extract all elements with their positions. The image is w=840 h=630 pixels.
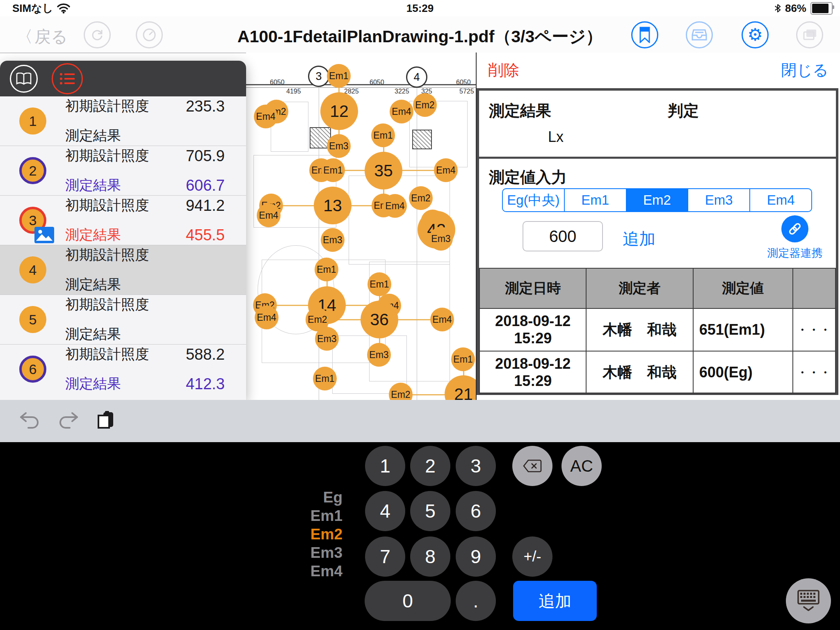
drawing-marker-Em1[interactable]: Em1 (313, 367, 337, 390)
dismiss-keyboard-button[interactable] (786, 578, 831, 623)
channel-label-Em1[interactable]: Em1 (262, 507, 342, 525)
key-ac[interactable]: AC (562, 446, 602, 486)
key-decimal[interactable]: . (456, 581, 496, 621)
channel-label-Em2[interactable]: Em2 (262, 525, 342, 543)
clock: 15:29 (406, 2, 434, 15)
result-header: 測定結果 (489, 100, 551, 121)
channel-picker[interactable]: EgEm1Em2Em3Em4 (262, 488, 342, 580)
design-illuminance-value: 941.2 (186, 197, 225, 215)
key-9[interactable]: 9 (456, 536, 496, 577)
segment-Eg(中央)[interactable]: Eg(中央) (503, 189, 564, 211)
key-5[interactable]: 5 (410, 491, 450, 531)
device-link-button[interactable]: 測定器連携 (729, 215, 840, 260)
channel-label-Em3[interactable]: Em3 (262, 543, 342, 562)
channel-segmented-control: Eg(中央)Em1Em2Em3Em4 (502, 188, 812, 212)
bookmark-button[interactable] (631, 21, 658, 48)
key-add[interactable]: 追加 (513, 581, 597, 621)
drawing-marker-Em4[interactable]: Em4 (390, 100, 413, 123)
design-illuminance-label: 初期設計照度 (65, 295, 149, 314)
row-more-button[interactable]: ・・・ (793, 351, 835, 394)
result-section: 測定結果 判定 Lx (479, 91, 836, 159)
measurement-value-input[interactable] (523, 221, 603, 251)
key-6[interactable]: 6 (456, 491, 496, 531)
drawing-marker-Em1[interactable]: Em1 (321, 158, 345, 182)
archive-button[interactable] (686, 21, 713, 48)
chevron-left-icon: 〈 (16, 25, 33, 48)
dial-button[interactable] (136, 21, 163, 48)
measurement-detail-panel: 削除 閉じる 測定結果 判定 Lx 測定値入力 Eg(中央)Em1Em2Em3E… (476, 52, 840, 400)
bluetooth-icon (774, 3, 781, 14)
measurement-list-item-5[interactable]: 5初期設計照度測定結果 (0, 294, 246, 344)
measurement-result-label: 測定結果 (65, 176, 121, 195)
drawing-marker-12[interactable]: 12 (320, 92, 358, 130)
drawing-marker-Em1[interactable]: Em1 (315, 258, 338, 281)
segment-Em1[interactable]: Em1 (564, 189, 626, 211)
measurement-list-item-2[interactable]: 2初期設計照度705.9測定結果606.7 (0, 146, 246, 195)
row-more-button[interactable]: ・・・ (793, 308, 835, 351)
key-backspace[interactable] (512, 446, 552, 486)
redo-button[interactable] (57, 410, 80, 431)
item-number-badge: 6 (19, 356, 46, 383)
drawing-marker-Em4[interactable]: Em4 (383, 194, 407, 218)
key-2[interactable]: 2 (410, 446, 450, 486)
key-plus-minus[interactable]: +/- (512, 536, 552, 577)
drawing-marker-Em1[interactable]: Em1 (368, 272, 391, 296)
drawing-marker-Em4[interactable]: Em4 (254, 105, 278, 128)
measurement-result-value: 606.7 (186, 177, 225, 194)
grid-bubble-3: 3 (308, 66, 329, 87)
wifi-icon (57, 3, 70, 14)
measurement-list-item-6[interactable]: 6初期設計照度588.2測定結果412.3 (0, 344, 246, 394)
table-header: 測定日時 (479, 268, 586, 308)
drawing-marker-Em2[interactable]: Em2 (413, 93, 437, 117)
drawing-marker-Em2[interactable]: Em2 (409, 186, 433, 210)
segment-Em4[interactable]: Em4 (749, 189, 811, 211)
add-value-button[interactable]: 追加 (623, 228, 655, 250)
key-3[interactable]: 3 (456, 446, 496, 486)
key-1[interactable]: 1 (365, 446, 405, 486)
floor-plan-drawing[interactable]: 6050419528256050322532560505725 34 Em1Em… (246, 52, 476, 400)
drawing-marker-Em3[interactable]: Em3 (429, 227, 453, 251)
drawing-marker-Em4[interactable]: Em4 (430, 308, 454, 331)
document-title: A100-1FdetailPlanDrawing-1.pdf（3/3ページ） (237, 25, 603, 48)
drawing-list-button[interactable] (10, 65, 38, 93)
archive-tray-icon (692, 28, 707, 41)
back-button[interactable]: 〈 戻る (16, 25, 68, 48)
measurement-index-button[interactable] (52, 63, 83, 94)
undo-button[interactable] (18, 410, 41, 431)
settings-button[interactable]: ⚙ (742, 21, 769, 48)
channel-label-Eg[interactable]: Eg (262, 488, 342, 507)
paste-button[interactable] (94, 410, 117, 433)
segment-Em3[interactable]: Em3 (687, 189, 749, 211)
drawing-marker-Em1[interactable]: Em1 (371, 123, 395, 147)
measurement-list-item-1[interactable]: 1初期設計照度235.3測定結果 (0, 96, 246, 146)
key-0[interactable]: 0 (365, 581, 451, 621)
measurement-list-item-4[interactable]: 4初期設計照度測定結果 (0, 245, 246, 294)
measurement-value: 600(Eg) (693, 351, 793, 394)
drawing-marker-Em3[interactable]: Em3 (367, 343, 391, 367)
pages-button[interactable] (796, 21, 823, 48)
drawing-marker-13[interactable]: 13 (314, 187, 352, 224)
drawing-marker-Em4[interactable]: Em4 (434, 158, 458, 182)
drawing-marker-Em3[interactable]: Em3 (321, 228, 345, 252)
refresh-button[interactable] (84, 21, 111, 48)
delete-button[interactable]: 削除 (488, 60, 519, 81)
drawing-marker-35[interactable]: 35 (365, 152, 402, 189)
segment-Em2[interactable]: Em2 (626, 189, 688, 211)
key-7[interactable]: 7 (365, 536, 405, 577)
status-bar: SIMなし 15:29 86% (0, 0, 840, 16)
drawing-marker-Em3[interactable]: Em3 (327, 134, 351, 158)
close-button[interactable]: 閉じる (781, 60, 829, 81)
result-unit-label: Lx (548, 128, 564, 146)
drawing-marker-36[interactable]: 36 (361, 301, 398, 338)
key-4[interactable]: 4 (365, 491, 405, 531)
measurement-datetime: 2018-09-12 15:29 (479, 308, 586, 351)
key-8[interactable]: 8 (410, 536, 450, 577)
drawing-marker-Em3[interactable]: Em3 (315, 327, 339, 351)
drawing-marker-Em4[interactable]: Em4 (257, 203, 281, 227)
drawing-marker-Em1[interactable]: Em1 (327, 64, 351, 88)
gear-icon: ⚙ (747, 26, 763, 43)
drawing-marker-Em1[interactable]: Em1 (451, 347, 475, 371)
channel-label-Em4[interactable]: Em4 (262, 562, 342, 580)
drawing-marker-Em4[interactable]: Em4 (255, 306, 278, 329)
measurement-list-item-3[interactable]: 3初期設計照度941.2測定結果455.5 (0, 195, 246, 245)
